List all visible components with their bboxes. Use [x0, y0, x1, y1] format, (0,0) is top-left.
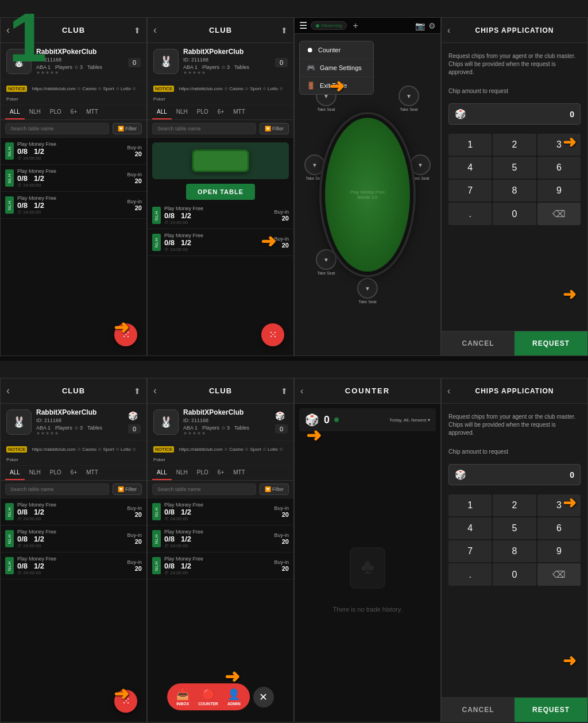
tab-plo-2[interactable]: PLO	[192, 105, 213, 119]
inbox-nav-item[interactable]: 📥 INBOX	[176, 688, 189, 706]
camera-icon[interactable]: 📷	[415, 21, 425, 30]
tab-all[interactable]: ALL	[5, 105, 25, 119]
num-delete[interactable]: ⌫	[537, 203, 581, 225]
num-6[interactable]: 6	[537, 157, 581, 179]
request-button[interactable]: REQUEST	[514, 331, 587, 355]
admin-nav-item[interactable]: 👤 ADMIN	[227, 688, 241, 706]
table-row-r2-1a[interactable]: NLH Play Money Free 0/8 1/2 ⏱ 24:00:00 B…	[1, 498, 146, 525]
table-row-r2-2b[interactable]: NLH Play Money Free 0/8 1/2 ⏱ 24:00:00 B…	[148, 525, 293, 552]
tab-plo-r2-1[interactable]: PLO	[45, 466, 66, 480]
num-8-r2[interactable]: 8	[493, 540, 536, 562]
num-0[interactable]: 0	[493, 203, 536, 225]
counter-filter[interactable]: Today, All, Newest ▾	[389, 417, 430, 423]
seat-mid-right[interactable]: ▼ Take Seat	[410, 154, 431, 180]
tab-nlh-r2-1[interactable]: NLH	[25, 466, 45, 480]
selected-table-card[interactable]	[152, 142, 289, 179]
tab-nlh-r2-2[interactable]: NLH	[172, 466, 192, 480]
filter-button-2[interactable]: 🔽 Filter	[260, 123, 289, 134]
filter-button-r2-2[interactable]: 🔽 Filter	[260, 484, 289, 495]
share-button-r2-1[interactable]: ⬆	[134, 386, 141, 396]
tab-mtt-r2-1[interactable]: MTT	[82, 466, 103, 480]
search-input-2[interactable]	[152, 123, 256, 134]
num-7[interactable]: 7	[448, 180, 492, 202]
num-delete-r2[interactable]: ⌫	[537, 563, 581, 586]
table-row-r2-2a[interactable]: NLH Play Money Free 0/8 1/2 ⏱ 24:00:00 B…	[148, 498, 293, 525]
chips-amount-input-2[interactable]: 🎲 0	[448, 464, 581, 485]
back-button-r2-1[interactable]: ‹	[6, 385, 10, 397]
settings-icon[interactable]: ⚙	[428, 21, 436, 30]
tab-mtt[interactable]: MTT	[82, 105, 103, 119]
num-7-r2[interactable]: 7	[448, 540, 492, 562]
tab-plo-r2-2[interactable]: PLO	[192, 466, 213, 480]
num-5[interactable]: 5	[493, 157, 536, 179]
seat-bottom-left[interactable]: ▼ Take Seat	[316, 249, 336, 275]
tab-all-r2-2[interactable]: ALL	[152, 466, 172, 480]
seat-top-right[interactable]: ▼ Take Seat	[399, 86, 419, 111]
open-table-button[interactable]: OPEN TABLE	[186, 184, 255, 200]
chips-back-button-2[interactable]: ‹	[447, 386, 450, 396]
table-row[interactable]: NLH Play Money Free 0/8 1/2 ⏱ 24:00:00 B…	[1, 165, 146, 192]
tab-6plus-r2-2[interactable]: 6+	[213, 466, 229, 480]
table-count: 20	[127, 204, 142, 211]
counter-menu-item[interactable]: ⏺ Counter	[300, 41, 373, 59]
num-4-r2[interactable]: 4	[448, 517, 492, 539]
counter-back-button[interactable]: ‹	[300, 386, 303, 396]
search-input-r2-2[interactable]	[152, 484, 256, 495]
table-row-2a[interactable]: NLH Play Money Free 0/8 1/2 ⏱ 24:00:00 B…	[148, 202, 293, 229]
num-1-r2[interactable]: 1	[448, 494, 492, 516]
table-row[interactable]: NLH Play Money Free 0/8 1/2 ⏱ 24:00:00 B…	[1, 138, 146, 165]
counter-nav-item[interactable]: 🔴 COUNTER	[198, 688, 218, 706]
back-button-r2-2[interactable]: ‹	[153, 385, 157, 397]
fab-button-2[interactable]: ⁙	[261, 323, 284, 346]
num-8[interactable]: 8	[493, 180, 536, 202]
panel-title-2: CLUB	[209, 26, 232, 34]
num-dot[interactable]: .	[448, 203, 492, 225]
tab-mtt-r2-2[interactable]: MTT	[229, 466, 250, 480]
num-6-r2[interactable]: 6	[537, 517, 581, 539]
num-5-r2[interactable]: 5	[493, 517, 536, 539]
search-input[interactable]	[5, 123, 109, 134]
num-4[interactable]: 4	[448, 157, 492, 179]
tab-all-r2-1[interactable]: ALL	[5, 466, 25, 480]
table-info: Play Money Free 0/8 1/2 ⏱ 24:00:00	[17, 168, 123, 188]
game-settings-menu-item[interactable]: 🎮 Game Settings	[300, 59, 373, 77]
tab-nlh[interactable]: NLH	[25, 105, 45, 119]
tab-mtt-2[interactable]: MTT	[229, 105, 250, 119]
num-9[interactable]: 9	[537, 180, 581, 202]
table-row[interactable]: NLH Play Money Free 0/8 1/2 ⏱ 24:00:00 B…	[1, 192, 146, 219]
table-row-r2-1c[interactable]: NLH Play Money Free 0/8 1/2 ⏱ 24:00:00 B…	[1, 552, 146, 579]
num-2[interactable]: 2	[493, 134, 536, 156]
tab-nlh-2[interactable]: NLH	[172, 105, 192, 119]
notice-label: NOTICE	[6, 86, 27, 92]
num-0-r2[interactable]: 0	[493, 563, 536, 586]
chips-amount-input[interactable]: 🎲 0	[448, 103, 581, 125]
filter-button[interactable]: 🔽 Filter	[113, 123, 142, 134]
tab-6plus-2[interactable]: 6+	[213, 105, 229, 119]
seat-mid-left[interactable]: ▼ Take Seat	[304, 154, 325, 180]
share-button-r2-2[interactable]: ⬆	[281, 386, 288, 396]
share-button-2[interactable]: ⬆	[281, 26, 288, 35]
table-row-r2-2c[interactable]: NLH Play Money Free 0/8 1/2 ⏱ 24:00:00 B…	[148, 552, 293, 579]
table-row-r2-1b[interactable]: NLH Play Money Free 0/8 1/2 ⏱ 24:00:00 B…	[1, 525, 146, 552]
tab-6plus[interactable]: 6+	[66, 105, 82, 119]
cancel-button-2[interactable]: CANCEL	[442, 698, 514, 722]
tab-6plus-r2-1[interactable]: 6+	[66, 466, 82, 480]
add-button[interactable]: +	[353, 21, 358, 31]
chip-dice-icon: 🎲	[455, 109, 466, 119]
filter-button-r2-1[interactable]: 🔽 Filter	[113, 484, 142, 495]
request-button-2[interactable]: REQUEST	[514, 698, 587, 722]
chips-back-button[interactable]: ‹	[447, 25, 450, 36]
back-button-2[interactable]: ‹	[153, 24, 157, 36]
num-dot-r2[interactable]: .	[448, 563, 492, 586]
share-button[interactable]: ⬆	[134, 26, 141, 35]
menu-button[interactable]: ☰	[299, 20, 307, 31]
tab-all-2[interactable]: ALL	[152, 105, 172, 119]
tab-plo[interactable]: PLO	[45, 105, 66, 119]
close-nav-button[interactable]: ✕	[253, 687, 274, 707]
seat-bottom[interactable]: ▼ Take Seat	[357, 278, 378, 304]
num-1[interactable]: 1	[448, 134, 492, 156]
cancel-button[interactable]: CANCEL	[442, 331, 514, 355]
search-input-r2-1[interactable]	[5, 484, 109, 495]
num-2-r2[interactable]: 2	[493, 494, 536, 516]
num-9-r2[interactable]: 9	[537, 540, 581, 562]
